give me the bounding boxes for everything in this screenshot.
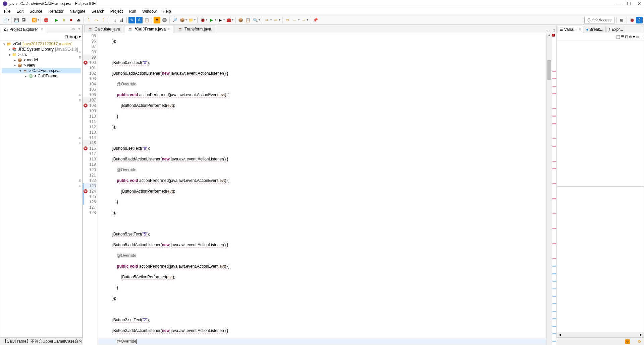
tab-calculate[interactable]: ☕ Calculate.java <box>84 25 123 33</box>
tree-caljframe-java[interactable]: ▾ ☕ > CalJFrame.java <box>2 68 81 73</box>
show-logical-icon[interactable]: ☰ <box>621 34 624 39</box>
tab-caljframe[interactable]: ☕ *CalJFrame.java × <box>124 25 173 33</box>
step-into-icon[interactable]: ⤵ <box>86 17 92 23</box>
new-button[interactable]: 📄 <box>1 17 8 23</box>
overview-ruler[interactable] <box>552 33 556 345</box>
prev-annotation-icon[interactable]: ⇦ <box>272 17 279 23</box>
tab-label: Transform.java <box>184 27 211 31</box>
error-marker-icon[interactable]: ✖ <box>84 189 88 193</box>
menu-refactor[interactable]: Refactor <box>46 8 66 14</box>
maximize-view-icon[interactable]: □ <box>76 26 82 32</box>
tab-variables[interactable]: ☰Varia...× <box>557 26 583 33</box>
right-horizontal-scrollbar[interactable]: ◂ ▸ <box>557 332 644 337</box>
minimize-view-icon[interactable]: ▭ <box>636 34 639 39</box>
terminate-icon[interactable]: ■ <box>68 17 74 23</box>
last-edit-icon[interactable]: ⟲ <box>284 17 291 23</box>
menu-help[interactable]: Help <box>160 8 174 14</box>
disconnect-icon[interactable]: ⏏ <box>75 17 82 23</box>
maximize-button[interactable]: ☐ <box>627 1 631 6</box>
tab-transform[interactable]: ☕ Transform.java <box>174 25 215 33</box>
skip-breakpoints-icon[interactable]: ⛔ <box>43 17 49 23</box>
pin-icon[interactable]: 📌 <box>312 17 319 23</box>
external-button[interactable]: 🧰 <box>225 17 232 23</box>
new-package-icon[interactable]: 📁 <box>187 17 194 23</box>
collapse-all-icon[interactable]: ⊟ <box>625 34 628 39</box>
menu-source[interactable]: Source <box>27 8 45 14</box>
open-task2-icon[interactable]: 📋 <box>245 17 251 23</box>
search2-icon[interactable]: 🔍 <box>252 17 259 23</box>
close-button[interactable]: ✕ <box>637 1 641 6</box>
close-view-icon[interactable]: × <box>41 27 43 32</box>
next-annotation-icon[interactable]: ⇨ <box>264 17 270 23</box>
save-button[interactable]: 💾 <box>13 17 20 23</box>
step-return-icon[interactable]: ⤴ <box>100 17 107 23</box>
minimize-view-icon[interactable]: ▭ <box>70 26 75 32</box>
open-type-icon[interactable]: 🔎 <box>171 17 178 23</box>
error-marker-icon[interactable]: ✖ <box>84 61 88 65</box>
tree-model[interactable]: ▸ 📦 > model <box>2 57 81 63</box>
use-step-filters-icon[interactable]: ⇶ <box>118 17 125 23</box>
variables-icon: ☰ <box>559 27 563 32</box>
open-perspective-icon[interactable]: ⊞ <box>618 17 625 23</box>
tab-breakpoints[interactable]: ●Break... <box>584 26 606 33</box>
tree-view[interactable]: ▾ 📦 > view <box>2 63 81 68</box>
editor-vertical-scrollbar[interactable]: ▴ ▾ <box>546 33 552 345</box>
maximize-view-icon[interactable]: □ <box>640 34 642 39</box>
collapse-all-icon[interactable]: ⊟ <box>65 34 68 39</box>
save-all-button[interactable]: 🖫 <box>20 17 27 23</box>
run-button[interactable]: ▶ <box>208 17 215 23</box>
view-menu-icon[interactable]: ▾ <box>79 34 81 39</box>
updates-icon[interactable]: ⟳ <box>638 339 641 344</box>
tree-caljframe-class[interactable]: ▸ Ⓒ > CalJFrame <box>2 73 81 79</box>
new-source-icon[interactable]: 📦 <box>237 17 244 23</box>
menu-file[interactable]: File <box>1 8 13 14</box>
close-tab-icon[interactable]: × <box>579 27 581 32</box>
tree-src[interactable]: ▾ 📁 > src <box>2 52 81 57</box>
java-file-icon: ☕ <box>22 68 28 73</box>
minimize-button[interactable]: — <box>616 1 621 6</box>
menu-window[interactable]: Window <box>140 8 159 14</box>
tab-expressions[interactable]: ƒExpr... <box>606 26 626 33</box>
java-perspective-icon[interactable]: J <box>636 17 643 23</box>
alibaba-scan-icon[interactable]: A <box>154 17 160 23</box>
quick-access-input[interactable] <box>584 17 614 23</box>
open-task-icon[interactable]: 📋 <box>143 17 150 23</box>
forward-history-icon[interactable]: → <box>300 17 307 23</box>
switch-button[interactable]: 🔀 <box>31 17 38 23</box>
menu-edit[interactable]: Edit <box>14 8 26 14</box>
menu-run[interactable]: Run <box>126 8 139 14</box>
toggle-block-icon[interactable]: A <box>136 17 143 23</box>
menu-project[interactable]: Project <box>108 8 125 14</box>
minimize-view-icon[interactable]: ▭ <box>545 27 550 33</box>
rss-icon[interactable]: ⟱ <box>625 339 630 344</box>
tree-jre[interactable]: ▸ 📚 JRE System Library [JavaSE-1.8] <box>2 47 81 52</box>
close-tab-icon[interactable]: × <box>167 27 170 31</box>
toggle-mark-icon[interactable]: ✎ <box>128 17 135 23</box>
add-icon[interactable]: ⊕ <box>629 34 632 39</box>
focus-task-icon[interactable]: ◐ <box>74 34 77 39</box>
menu-navigate[interactable]: Navigate <box>67 8 88 14</box>
resume-icon[interactable]: ▶ <box>53 17 60 23</box>
editor-gutter[interactable]: 95 96 97 98⊟ 99⊟ ✖100 101 102 103 104 10… <box>83 33 98 345</box>
step-over-icon[interactable]: ⤼ <box>93 17 100 23</box>
error-marker-icon[interactable]: ✖ <box>84 146 88 150</box>
new-java-icon[interactable]: 📦 <box>179 17 185 23</box>
project-explorer-tab[interactable]: 🗂 Project Explorer × <box>1 26 46 33</box>
drop-frame-icon[interactable]: ⬚ <box>111 17 117 23</box>
error-marker-icon[interactable]: ✖ <box>84 104 88 108</box>
code-editor[interactable]: }); jButton0.setText("0"); jButton0.addA… <box>98 33 546 345</box>
right-panel: ☰Varia...× ●Break... ƒExpr... ⬚ ☰ ⊟ ⊕ ▾ … <box>557 25 644 338</box>
maximize-view-icon[interactable]: □ <box>551 27 556 33</box>
back-history-icon[interactable]: ← <box>291 17 298 23</box>
link-editor-icon[interactable]: ⇆ <box>69 34 73 39</box>
debug-perspective-icon[interactable]: 🐞 <box>629 17 635 23</box>
show-type-icon[interactable]: ⬚ <box>616 34 620 39</box>
coverage-button[interactable]: ▶ <box>217 17 223 23</box>
tree-project[interactable]: ▾ 📂 > Cal [java201721123017 master] <box>2 41 81 47</box>
toggle-icon[interactable]: 🔘 <box>161 17 168 23</box>
breakpoints-icon: ● <box>586 27 588 32</box>
suspend-icon[interactable]: ⏸ <box>60 17 67 23</box>
view-menu-icon[interactable]: ▾ <box>633 34 635 39</box>
menu-search[interactable]: Search <box>89 8 107 14</box>
debug-button[interactable]: 🐞 <box>199 17 206 23</box>
